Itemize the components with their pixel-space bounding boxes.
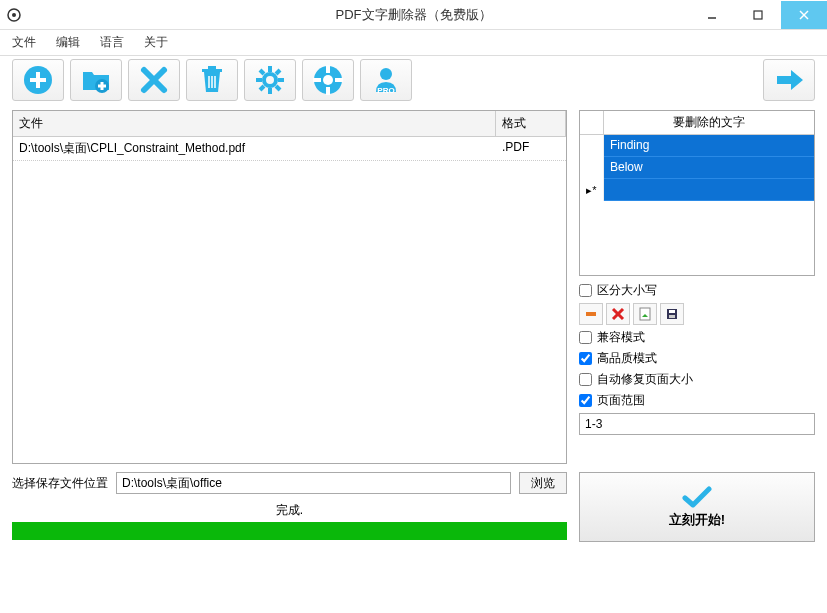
svg-rect-11 xyxy=(98,85,106,88)
next-button[interactable] xyxy=(763,59,815,101)
toolbar: PRO xyxy=(0,56,827,104)
status-text: 完成. xyxy=(12,502,567,519)
page-range-input[interactable] xyxy=(579,413,815,435)
close-button[interactable] xyxy=(781,1,827,29)
checkbox-hq-mode[interactable]: 高品质模式 xyxy=(579,350,815,367)
svg-rect-41 xyxy=(669,310,675,313)
word-cell[interactable]: Finding xyxy=(604,135,814,157)
svg-text:PRO: PRO xyxy=(377,86,394,95)
progress-bar xyxy=(12,522,567,540)
svg-line-27 xyxy=(260,86,264,90)
menu-about[interactable]: 关于 xyxy=(144,34,168,51)
checkbox-auto-fix-size[interactable]: 自动修复页面大小 xyxy=(579,371,815,388)
window-title: PDF文字删除器（免费版） xyxy=(336,6,492,24)
svg-rect-3 xyxy=(754,11,762,19)
maximize-button[interactable] xyxy=(735,1,781,29)
svg-line-24 xyxy=(260,70,264,74)
menu-edit[interactable]: 编辑 xyxy=(56,34,80,51)
word-list-header: 要删除的文字 xyxy=(604,111,814,134)
svg-rect-14 xyxy=(202,69,222,72)
app-icon xyxy=(6,7,22,23)
minimize-button[interactable] xyxy=(689,1,735,29)
remove-button[interactable] xyxy=(128,59,180,101)
svg-point-19 xyxy=(264,74,276,86)
pro-button[interactable]: PRO xyxy=(360,59,412,101)
column-header-file[interactable]: 文件 xyxy=(13,111,496,136)
column-header-format[interactable]: 格式 xyxy=(496,111,566,136)
word-row-new[interactable]: ▸* xyxy=(580,179,814,201)
word-toolbar xyxy=(579,303,815,325)
start-button-label: 立刻开始! xyxy=(669,511,725,529)
add-folder-button[interactable] xyxy=(70,59,122,101)
word-save-button[interactable] xyxy=(660,303,684,325)
word-delete-button[interactable] xyxy=(606,303,630,325)
svg-point-1 xyxy=(12,13,16,17)
word-row[interactable]: Below xyxy=(580,157,814,179)
svg-rect-15 xyxy=(208,66,216,69)
word-cell[interactable]: Below xyxy=(604,157,814,179)
checkbox-page-range[interactable]: 页面范围 xyxy=(579,392,815,409)
save-path-label: 选择保存文件位置 xyxy=(12,475,108,492)
svg-line-26 xyxy=(276,70,280,74)
add-file-button[interactable] xyxy=(12,59,64,101)
checkbox-case-sensitive[interactable]: 区分大小写 xyxy=(579,282,815,299)
help-button[interactable] xyxy=(302,59,354,101)
word-list[interactable]: 要删除的文字 Finding Below ▸* xyxy=(579,110,815,276)
svg-rect-33 xyxy=(335,78,343,82)
menu-language[interactable]: 语言 xyxy=(100,34,124,51)
svg-point-29 xyxy=(323,75,333,85)
menu-file[interactable]: 文件 xyxy=(12,34,36,51)
word-row[interactable]: Finding xyxy=(580,135,814,157)
svg-rect-36 xyxy=(586,312,596,316)
svg-rect-8 xyxy=(30,78,46,82)
menubar: 文件 编辑 语言 关于 xyxy=(0,30,827,56)
save-path-input[interactable] xyxy=(116,472,511,494)
clear-button[interactable] xyxy=(186,59,238,101)
cell-file: D:\tools\桌面\CPLI_Constraint_Method.pdf xyxy=(13,137,496,160)
check-icon xyxy=(682,485,712,509)
titlebar: PDF文字删除器（免费版） xyxy=(0,0,827,30)
table-row[interactable]: D:\tools\桌面\CPLI_Constraint_Method.pdf .… xyxy=(13,137,566,161)
svg-line-25 xyxy=(276,86,280,90)
cell-format: .PDF xyxy=(496,137,566,160)
start-button[interactable]: 立刻开始! xyxy=(579,472,815,542)
svg-rect-30 xyxy=(326,65,330,73)
svg-rect-31 xyxy=(326,87,330,95)
new-row-marker: ▸* xyxy=(580,179,604,201)
word-import-button[interactable] xyxy=(633,303,657,325)
svg-rect-32 xyxy=(313,78,321,82)
file-table[interactable]: 文件 格式 D:\tools\桌面\CPLI_Constraint_Method… xyxy=(12,110,567,464)
checkbox-compat-mode[interactable]: 兼容模式 xyxy=(579,329,815,346)
browse-button[interactable]: 浏览 xyxy=(519,472,567,494)
svg-rect-42 xyxy=(669,315,675,318)
svg-point-34 xyxy=(380,68,392,80)
word-remove-button[interactable] xyxy=(579,303,603,325)
settings-button[interactable] xyxy=(244,59,296,101)
